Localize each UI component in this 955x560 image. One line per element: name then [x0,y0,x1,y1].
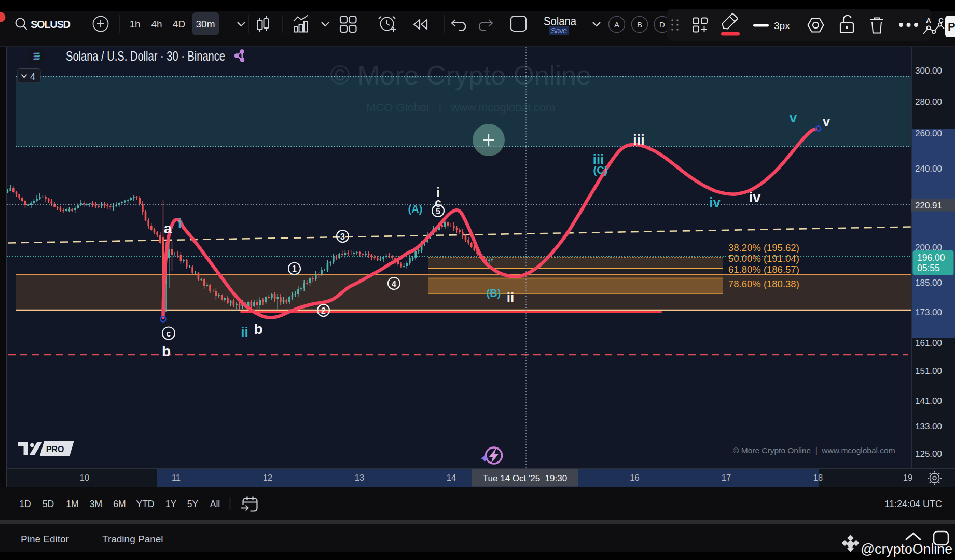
svg-text:196.00: 196.00 [917,253,945,263]
svg-text:B: B [637,20,642,29]
svg-text:(C): (C) [593,164,608,176]
svg-text:© More Crypto Online: © More Crypto Online [330,60,591,90]
svg-text:240.00: 240.00 [915,164,942,174]
svg-text:@cryptoOnline: @cryptoOnline [861,541,952,557]
svg-text:5: 5 [436,207,440,216]
svg-text:1Y: 1Y [165,499,177,509]
svg-text:5Y: 5Y [187,499,199,509]
svg-text:185.00: 185.00 [915,278,942,288]
svg-text:4: 4 [392,279,396,288]
svg-text:1D: 1D [19,499,31,509]
svg-text:05:55: 05:55 [917,263,940,273]
svg-text:161.00: 161.00 [915,338,942,348]
svg-text:1: 1 [292,264,297,273]
svg-text:Save: Save [551,26,567,35]
svg-text:A: A [614,20,619,29]
svg-text:b: b [162,343,171,359]
svg-text:14: 14 [447,473,456,482]
svg-text:1M: 1M [66,499,78,509]
svg-text:300.00: 300.00 [915,66,942,76]
svg-text:Trading Panel: Trading Panel [102,534,163,544]
svg-text:ii: ii [241,324,248,340]
svg-text:Pu: Pu [948,20,955,33]
svg-text:19: 19 [903,473,912,482]
svg-text:16: 16 [630,473,639,482]
svg-text:A: A [926,17,931,24]
svg-text:30m: 30m [196,19,215,30]
svg-text:38.20% (195.62): 38.20% (195.62) [728,242,799,253]
svg-text:125.00: 125.00 [915,449,942,459]
svg-text:11:24:04 UTC: 11:24:04 UTC [884,499,942,509]
svg-text:a: a [164,220,172,236]
svg-text:i: i [436,186,439,199]
svg-text:(A): (A) [408,203,423,215]
svg-text:220.91: 220.91 [915,201,942,211]
svg-text:10: 10 [80,473,89,482]
svg-text:Tue 14 Oct '25 19:30: Tue 14 Oct '25 19:30 [483,473,567,483]
svg-text:4h: 4h [151,19,162,30]
svg-text:SOLUSD: SOLUSD [31,19,71,30]
svg-text:133.00: 133.00 [915,422,942,431]
svg-text:1h: 1h [129,19,140,30]
svg-text:All: All [210,499,220,509]
svg-text:Pine Editor: Pine Editor [21,534,70,544]
svg-text:13: 13 [355,473,364,482]
svg-text:D: D [659,20,665,29]
svg-text:Solana / U.S. Dollar · 30 · Bi: Solana / U.S. Dollar · 30 · Binance [66,49,225,63]
svg-text:17: 17 [722,473,731,482]
svg-text:b: b [254,321,262,337]
svg-text:2: 2 [321,306,326,315]
svg-text:173.00: 173.00 [915,307,942,317]
svg-text:(B): (B) [487,287,501,299]
svg-text:3px: 3px [774,20,790,31]
svg-text:12: 12 [263,473,272,482]
svg-text:18: 18 [813,473,823,482]
svg-text:3M: 3M [90,499,102,509]
svg-text:ii: ii [507,290,514,305]
svg-text:4: 4 [30,72,35,82]
svg-text:61.80% (186.57): 61.80% (186.57) [728,264,799,275]
svg-text:v: v [823,114,831,129]
svg-text:iv: iv [749,190,761,205]
svg-text:3: 3 [340,232,345,241]
svg-text:iii: iii [633,132,645,148]
svg-text:78.60% (180.38): 78.60% (180.38) [728,278,799,289]
svg-text:PRO: PRO [46,445,64,454]
svg-text:YTD: YTD [136,499,155,509]
svg-text:151.00: 151.00 [915,366,942,376]
svg-text:MCO Global | www.mcoglobal: MCO Global | www.mcoglobal.com [366,101,555,114]
svg-text:iv: iv [709,194,721,210]
svg-text:50.00% (191.04): 50.00% (191.04) [728,253,799,264]
svg-text:280.00: 280.00 [915,97,942,107]
svg-text:v: v [790,110,797,125]
svg-text:141.00: 141.00 [915,396,942,406]
svg-text:c: c [167,329,171,338]
svg-text:© More Crypto Online | www.m: © More Crypto Online | www.mcoglobal.com [733,446,895,455]
svg-text:11: 11 [172,473,181,482]
svg-text:5D: 5D [43,499,54,509]
svg-text:4D: 4D [173,19,185,30]
svg-text:6M: 6M [113,499,126,509]
svg-text:260.00: 260.00 [915,129,942,138]
svg-text:i: i [178,215,182,231]
